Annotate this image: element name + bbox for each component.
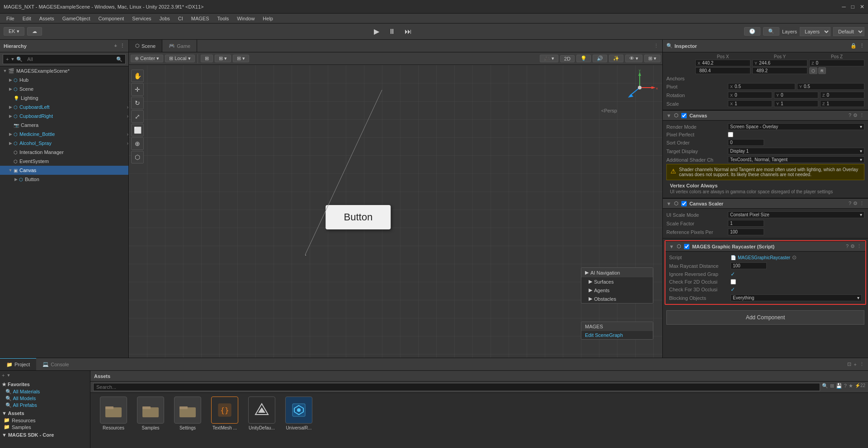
check-3d-checkbox[interactable]: ✓ [731,286,735,293]
menu-edit[interactable]: Edit [19,15,35,22]
blocking-dropdown[interactable]: Everything ▾ [731,294,862,301]
lighting-button[interactable]: ⊞ ▾ [233,55,249,62]
canvas-component-header[interactable]: ▼ ⬡ Canvas ? ⚙ ⋮ [663,110,868,121]
ai-nav-agents[interactable]: ▶ Agents [581,286,653,294]
star-icon[interactable]: ★ [849,383,853,391]
center-button[interactable]: ⊕ Center ▾ [131,55,163,62]
history-button[interactable]: 🕐 [744,27,760,36]
hierarchy-item-eventsystem[interactable]: ⬡ EventSystem [0,157,128,166]
more-icon[interactable]: ⋮ [857,243,862,249]
hierarchy-item-alcohol-spray[interactable]: ▶ ⬡ Alcohol_Spray › [0,139,128,148]
step-button[interactable]: ⏭ [402,27,415,37]
scale-tool[interactable]: ⤢ [131,110,144,123]
menu-mages[interactable]: MAGES [188,15,213,22]
settings-icon[interactable]: ⚙ [853,112,858,118]
width-field[interactable] [699,68,748,73]
gizmos-btn[interactable]: ⊞ ▾ [644,55,660,62]
account-button[interactable]: EK ▾ [4,27,24,36]
shader-dropdown[interactable]: TexCoord1, Normal, Tangent ▾ [728,156,864,163]
scale-x-field[interactable] [735,101,770,106]
script-select-btn[interactable]: ⊙ [792,254,797,261]
scale-factor-field[interactable] [730,221,762,226]
check-2d-checkbox[interactable] [731,279,736,285]
pivot-y[interactable]: Y [797,83,864,90]
hierarchy-item-medicine-bottle[interactable]: ▶ ⬡ Medicine_Bottle › [0,130,128,139]
rot-y[interactable]: Y [774,92,818,98]
hierarchy-item-cupboardright[interactable]: ▶ ⬡ CupboardRight › [0,112,128,121]
pos-x-field[interactable] [702,61,748,65]
hierarchy-item-canvas[interactable]: ▼ ▣ Canvas [0,166,128,175]
ui-scale-dropdown[interactable]: Constant Pixel Size ▾ [728,211,864,218]
menu-jobs[interactable]: Jobs [156,15,174,22]
target-display-dropdown[interactable]: Display 1 ▾ [728,148,864,154]
hierarchy-item-camera[interactable]: 📷 Camera [0,121,128,130]
pivot-x-field[interactable] [735,84,793,89]
render-mode-dropdown[interactable]: Screen Space - Overlay ▾ [728,123,864,130]
tab-console[interactable]: 💻 Console [36,358,75,370]
more-icon[interactable]: ⋮ [859,201,864,206]
fx-btn[interactable]: ✨ [609,55,623,62]
search-button[interactable]: 🔍 [763,27,779,36]
rot-y-field[interactable] [781,93,816,98]
menu-gameobject[interactable]: GameObject [59,15,94,22]
ignore-reversed-checkbox[interactable]: ✓ [731,271,735,277]
rot-z[interactable]: Z [820,92,864,98]
rot-x[interactable]: X [728,92,772,98]
2d-button[interactable]: 2D [560,55,575,62]
scene-menu-icon[interactable]: ⋮ [654,43,659,49]
scale-z-field[interactable] [827,101,863,106]
search-icon[interactable]: 🔍 [822,383,828,391]
menu-services[interactable]: Services [128,15,155,22]
more-icon[interactable]: ⋮ [859,112,864,118]
pause-button[interactable]: ⏸ [386,27,398,37]
close-button[interactable]: ✕ [860,4,864,10]
scaler-enabled-checkbox[interactable] [681,201,687,206]
rot-x-field[interactable] [735,93,770,98]
hierarchy-item-magesexamplescene[interactable]: ▼ 🎬 MAGESExampleScene* ⋮ [0,66,128,75]
hierarchy-item-hub[interactable]: ▶ ⬡ Hub [0,75,128,84]
max-raycast-input[interactable] [731,262,767,269]
height-field[interactable] [756,68,805,73]
minimize-button[interactable]: ─ [842,4,846,10]
height-input[interactable] [752,67,807,74]
audio-btn[interactable]: 🔊 [593,55,607,62]
tab-project[interactable]: 📁 Project [0,358,36,370]
pos-z-field[interactable] [816,61,863,65]
raycaster-enabled-checkbox[interactable] [684,244,689,249]
pos-x-input[interactable]: X [695,60,750,66]
hierarchy-add-icon[interactable]: + [114,43,117,49]
raycaster-header[interactable]: ▼ ⬡ MAGES Graphic Raycaster (Script) ? ⚙… [665,241,865,252]
light-btn[interactable]: 💡 [576,55,591,62]
pivot-x[interactable]: X [728,83,795,90]
menu-component[interactable]: Component [94,15,127,22]
hand-tool[interactable]: ✋ [131,70,144,82]
rotate-tool[interactable]: ↻ [131,97,144,109]
menu-ci[interactable]: CI [175,15,187,22]
ai-nav-obstacles[interactable]: ▶ Obstacles [581,294,653,303]
asset-textmesh[interactable]: {} TextMesh ... [209,397,241,430]
canvas-scaler-header[interactable]: ▼ ⬡ Canvas Scaler ? ⚙ ⋮ [663,198,868,209]
hierarchy-menu-icon[interactable]: ⋮ [120,43,125,49]
hierarchy-item-interaction-manager[interactable]: ⬡ Interaction Manager [0,148,128,157]
asset-unity-default[interactable]: UnityDefau... [246,397,278,430]
pos-y-field[interactable] [759,61,805,65]
play-button[interactable]: ▶ [371,26,382,37]
add-component-button[interactable]: Add Component [666,310,864,325]
scale-y-field[interactable] [781,101,816,106]
add-icon[interactable]: + [2,373,5,378]
pixel-perfect-checkbox[interactable] [728,132,733,137]
ai-nav-surfaces[interactable]: ▶ Surfaces [581,277,653,286]
help-icon[interactable]: ? [846,243,849,249]
samples-tree-item[interactable]: 📁 Samples [2,424,88,430]
menu-tools[interactable]: Tools [214,15,233,22]
layers-dropdown[interactable]: Layers [800,27,830,36]
tab-game[interactable]: 🎮 Game [162,40,197,52]
menu-help[interactable]: Help [259,15,277,22]
pos-z-input[interactable]: Z [809,60,864,66]
hide-btn[interactable]: 👁 ▾ [625,55,642,62]
edit-scenegraph-button[interactable]: Edit SceneGraph [581,331,653,339]
fav-all-prefabs[interactable]: 🔍 All Prefabs [2,402,88,409]
sort-order-input[interactable] [728,139,764,146]
hierarchy-item-scene[interactable]: ▶ ⬡ Scene [0,84,128,93]
camera-btn[interactable]: 🎥 ▾ [540,55,558,62]
